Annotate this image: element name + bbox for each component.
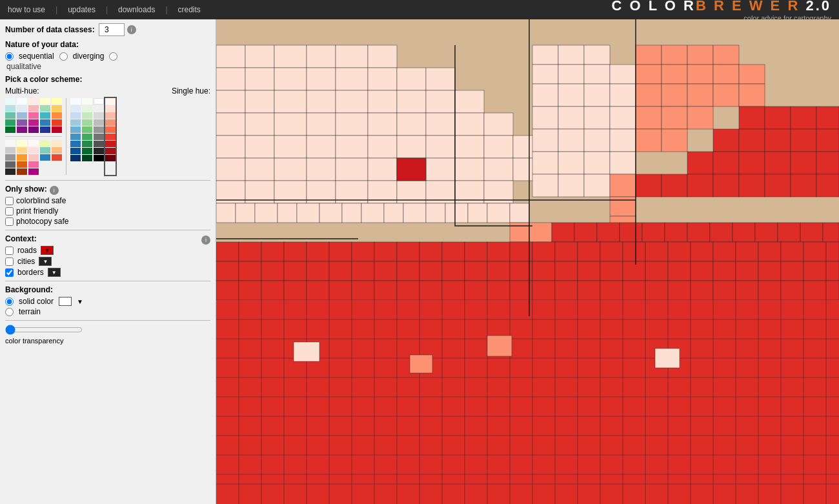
palette-bupu[interactable]: [17, 98, 27, 133]
svg-rect-142: [739, 152, 765, 174]
svg-rect-171: [307, 242, 329, 261]
svg-rect-157: [620, 223, 642, 242]
nature-qualitative-radio[interactable]: [109, 52, 117, 61]
svg-rect-131: [739, 106, 765, 129]
svg-rect-98: [584, 129, 610, 152]
svg-rect-176: [419, 242, 442, 261]
svg-rect-100: [532, 152, 558, 174]
divider2: [5, 230, 210, 230]
svg-rect-217: [713, 261, 736, 281]
bg-color-picker[interactable]: [59, 297, 72, 306]
svg-rect-70: [297, 203, 319, 223]
svg-rect-195: [216, 261, 239, 281]
svg-rect-85: [558, 65, 584, 84]
palette-blues[interactable]: [70, 98, 81, 175]
palette-greens[interactable]: [82, 98, 92, 175]
svg-rect-177: [442, 242, 465, 261]
topbar-nav: how to use | updates | downloads | credi…: [8, 5, 201, 14]
svg-rect-17: [274, 90, 307, 113]
context-cities-checkbox[interactable]: [5, 257, 14, 266]
divider4: [5, 320, 210, 321]
svg-rect-123: [687, 106, 713, 129]
palette-orrd[interactable]: [52, 140, 62, 175]
svg-rect-105: [558, 174, 584, 197]
svg-rect-31: [426, 113, 455, 136]
svg-rect-241: [623, 281, 645, 300]
svg-rect-13: [397, 68, 426, 90]
photocopy-safe-checkbox[interactable]: [5, 217, 14, 226]
single-hue-palettes: [70, 98, 116, 175]
num-classes-info-icon[interactable]: i: [127, 25, 136, 34]
nature-sequential-radio[interactable]: [5, 52, 14, 61]
only-show-info-icon[interactable]: i: [50, 186, 59, 195]
context-label: Context:: [5, 234, 37, 243]
colorblind-safe-checkbox[interactable]: [5, 197, 14, 205]
background-section: Background: solid color ▼ terrain: [5, 285, 210, 316]
context-cities-color[interactable]: ▼: [39, 257, 52, 266]
svg-rect-16: [245, 90, 274, 113]
svg-rect-27: [307, 113, 336, 136]
svg-rect-28: [336, 113, 368, 136]
svg-rect-104: [532, 174, 558, 197]
num-classes-input[interactable]: [99, 23, 125, 36]
palette-ylorrd[interactable]: [52, 98, 62, 133]
nav-credits[interactable]: credits: [178, 5, 201, 14]
context-borders-item: borders ▼: [5, 268, 210, 277]
context-borders-checkbox[interactable]: [5, 268, 14, 277]
map-svg: [216, 19, 839, 504]
palette-reds[interactable]: [105, 98, 116, 175]
context-borders-color[interactable]: ▼: [48, 268, 61, 277]
svg-rect-73: [361, 203, 384, 223]
context-info-icon[interactable]: i: [201, 236, 210, 245]
color-scheme-section: Pick a color scheme: Multi-hue: Single h…: [5, 75, 210, 175]
palette-ylgn[interactable]: [40, 140, 50, 175]
svg-rect-89: [558, 84, 584, 106]
nav-downloads[interactable]: downloads: [118, 5, 155, 14]
svg-rect-215: [668, 261, 691, 281]
bg-terrain-row: terrain: [5, 307, 210, 316]
nature-diverging-radio[interactable]: [59, 52, 68, 61]
transparency-slider[interactable]: [5, 325, 83, 335]
nav-updates[interactable]: updates: [68, 5, 96, 14]
svg-rect-29: [368, 113, 397, 136]
svg-rect-2: [245, 45, 274, 68]
svg-rect-48: [307, 158, 336, 181]
svg-rect-205: [442, 261, 465, 281]
svg-rect-248: [781, 281, 804, 300]
svg-rect-178: [465, 242, 487, 261]
palette-ylorbr[interactable]: [17, 140, 27, 175]
palette-rdpu[interactable]: [28, 98, 39, 133]
palette-gnbu[interactable]: [5, 98, 15, 133]
context-cities-label: cities: [17, 257, 35, 266]
bg-terrain-radio[interactable]: [5, 308, 14, 316]
svg-rect-138: [791, 129, 816, 152]
svg-rect-134: [816, 106, 839, 129]
print-friendly-checkbox[interactable]: [5, 207, 14, 216]
svg-rect-9: [274, 68, 307, 90]
svg-rect-109: [687, 45, 713, 65]
palette-ylgnbu[interactable]: [40, 98, 50, 133]
svg-rect-114: [713, 65, 739, 84]
svg-rect-7: [216, 68, 245, 90]
context-roads-label: roads: [17, 246, 37, 255]
svg-rect-185: [623, 242, 645, 261]
nav-how-to-use[interactable]: how to use: [8, 5, 45, 14]
svg-rect-82: [558, 45, 584, 65]
bg-solid-radio[interactable]: [5, 297, 14, 306]
context-roads-color[interactable]: ▼: [41, 246, 54, 255]
context-roads-checkbox[interactable]: [5, 247, 14, 255]
svg-rect-10: [307, 68, 336, 90]
svg-rect-218: [736, 261, 758, 281]
svg-rect-84: [532, 65, 558, 84]
svg-rect-166: [823, 223, 839, 242]
svg-rect-191: [758, 242, 781, 261]
palette-grays[interactable]: [5, 140, 15, 175]
svg-rect-132: [765, 106, 791, 129]
svg-rect-108: [662, 45, 687, 65]
svg-rect-187: [668, 242, 691, 261]
svg-rect-154: [552, 223, 574, 242]
palette-greys[interactable]: [94, 98, 104, 175]
svg-rect-45: [216, 158, 245, 181]
palette-rdpu2[interactable]: [28, 140, 39, 175]
bg-radio-row: solid color ▼: [5, 297, 210, 306]
